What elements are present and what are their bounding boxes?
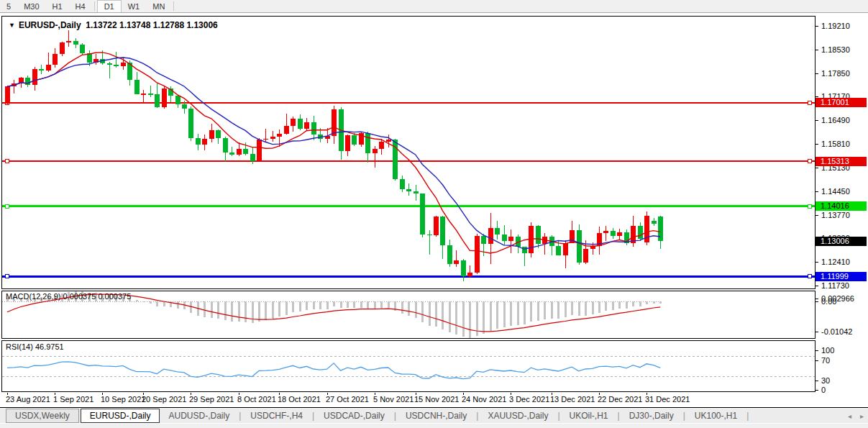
time-axis-label: 29 Sep 2021 [189,395,234,404]
price-axis-tick [816,286,818,286]
rsi-axis-tick [816,381,818,381]
hline-price-badge: 1.11999 [816,272,867,281]
chart-tab-usdcnh-daily[interactable]: USDCNH-,Daily [397,409,475,422]
timeframe-button-5[interactable]: 5 [0,0,17,12]
macd-axis-tick [816,301,818,302]
chart-tab-eurusd-daily[interactable]: EURUSD-,Daily [81,409,160,423]
time-axis[interactable]: 23 Aug 20211 Sep 202110 Sep 202120 Sep 2… [0,393,868,406]
chart-tab-bar: USDX,WeeklyEURUSD-,DailyAUDUSD-,Daily|US… [0,407,868,424]
chart-tab-xauusd-daily[interactable]: XAUUSD-,Daily [479,409,557,422]
mt4-application-window: 5M30H1H4D1W1MN ▼EURUSD-,Daily 1.13722 1.… [0,0,868,428]
timeframe-button-h1[interactable]: H1 [46,0,69,12]
tab-separator: | [746,411,749,421]
rsi-axis-tick [816,390,818,391]
price-axis-tick [816,168,818,168]
timeframe-toolbar: 5M30H1H4D1W1MN [0,0,868,13]
price-axis-tick-label: 1.12410 [821,258,850,266]
time-axis-label: 23 Aug 2021 [6,395,50,404]
timeframe-button-h4[interactable]: H4 [69,0,92,12]
rsi-line [7,362,660,379]
macd-label: MACD(12,26,9) 0.000375 0.000375 [6,292,131,301]
time-axis-label: 27 Oct 2021 [326,395,369,404]
time-axis-label: 1 Sep 2021 [53,395,93,404]
price-axis-tick [816,144,818,145]
rsi-axis-label: 70 [821,356,830,365]
price-axis-tick-label: 1.15810 [821,140,850,148]
timeframe-button-w1[interactable]: W1 [122,0,147,12]
time-axis-label: 31 Dec 2021 [645,395,690,404]
price-axis-tick-label: 1.18530 [821,45,850,54]
price-axis-tick [816,215,818,216]
price-axis-tick [816,96,818,97]
timeframe-button-m30[interactable]: M30 [17,0,45,12]
chart-tab-ukoil-h1[interactable]: UKOil-,H1 [561,409,617,422]
rsi-axis-tick [816,360,818,361]
price-axis[interactable]: 1.192101.185301.178501.171701.164901.158… [816,16,868,393]
time-axis-label: 15 Nov 2021 [414,395,459,404]
chart-symbol-label: EURUSD-,Daily [19,20,81,30]
price-axis-tick [816,73,818,74]
tab-scroll-left-icon[interactable]: ◂ [848,412,851,420]
chart-tab-usdchf-h4[interactable]: USDCHF-,H4 [242,409,311,422]
macd-axis-label: -0.01042 [821,327,852,336]
macd-axis-tick [816,332,818,332]
macd-axis-label: 0.00 [821,297,836,306]
tab-scroll-arrows: ◂▸ [848,412,864,420]
moving-average-line-8[interactable] [7,53,660,253]
time-axis-label: 22 Dec 2021 [598,395,642,404]
chart-tab-usdcad-daily[interactable]: USDCAD-,Daily [315,409,393,422]
time-axis-label: 8 Oct 2021 [237,395,276,404]
time-axis-label: 13 Dec 2021 [550,395,595,404]
price-axis-tick [816,191,818,192]
price-axis-tick [816,262,818,263]
time-axis-label: 3 Dec 2021 [509,395,549,404]
rsi-axis-label: 100 [821,346,834,355]
rsi-canvas[interactable] [2,341,815,391]
main-price-chart-panel[interactable] [1,16,816,289]
chart-tab-usdx-weekly[interactable]: USDX,Weekly [6,409,79,423]
current-price-badge: 1.13006 [816,237,867,246]
time-axis-label: 10 Sep 2021 [101,395,145,404]
price-axis-tick-label: 1.16490 [821,116,850,124]
chart-tab-uk100-h1[interactable]: UK100-,H1 [686,409,746,422]
price-axis-tick-label: 1.14450 [821,187,850,196]
timeframe-button-mn[interactable]: MN [146,0,171,12]
price-chart-canvas[interactable] [2,17,815,288]
price-axis-tick-label: 1.19210 [821,22,850,30]
price-axis-tick-label: 1.13770 [821,211,850,219]
tab-scroll-right-icon[interactable]: ▸ [860,412,864,420]
price-axis-tick [816,50,818,50]
price-axis-tick-label: 1.11730 [821,281,849,290]
symbol-dropdown-icon[interactable]: ▼ [9,22,15,29]
hline-price-badge: 1.15313 [816,157,867,166]
time-axis-label: 5 Nov 2021 [373,395,414,404]
chart-ohlc-values: 1.13722 1.13748 1.12788 1.13006 [86,20,218,30]
status-strip [0,423,868,428]
hline-price-badge: 1.14016 [816,201,867,211]
toolbar-separator [173,1,174,11]
rsi-label: RSI(14) 46.9751 [6,342,64,351]
time-axis-label: 20 Sep 2021 [142,395,186,404]
chart-tab-dj30-daily[interactable]: DJ30-,Daily [621,409,682,422]
chart-title: ▼EURUSD-,Daily 1.13722 1.13748 1.12788 1… [9,20,218,30]
price-axis-tick-label: 1.17850 [821,69,850,78]
rsi-axis-tick [816,350,818,351]
hline-price-badge: 1.17001 [816,98,867,107]
moving-average-line-13[interactable] [7,58,660,249]
toolbar-separator [94,1,95,11]
chart-tab-audusd-daily[interactable]: AUDUSD-,Daily [160,409,238,422]
macd-axis-tick [816,299,818,299]
price-axis-tick [816,120,818,121]
price-axis-tick [816,26,818,27]
rsi-indicator-panel[interactable] [1,340,816,392]
rsi-axis-label: 30 [821,376,830,385]
time-axis-label: 24 Nov 2021 [462,395,506,404]
time-axis-label: 18 Oct 2021 [278,395,321,404]
timeframe-button-d1[interactable]: D1 [97,0,122,12]
